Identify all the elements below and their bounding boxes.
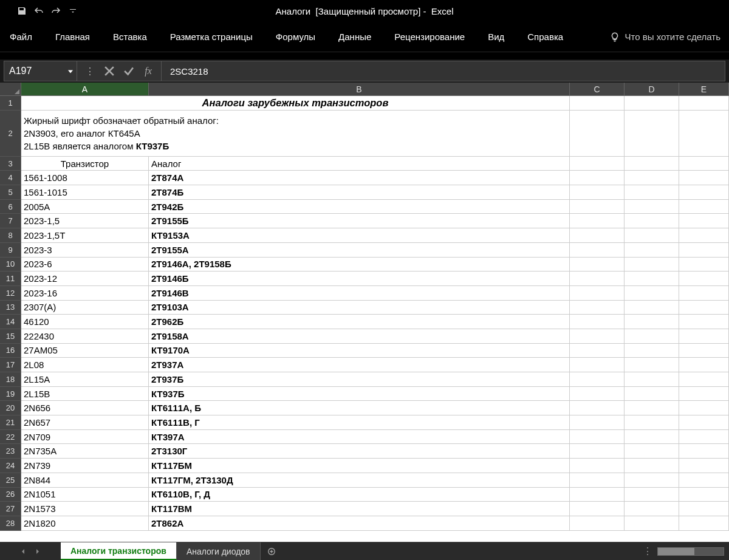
cell-analog[interactable]: 2Т9103А — [149, 301, 570, 315]
row-header[interactable]: 14 — [0, 315, 21, 329]
cell[interactable] — [570, 214, 625, 228]
formula-input[interactable]: 2SC3218 — [162, 66, 725, 77]
cell[interactable] — [625, 444, 679, 459]
row-header[interactable]: 8 — [0, 228, 21, 243]
cell-transistor[interactable]: 1561-1015 — [21, 185, 149, 200]
cell-transistor[interactable]: 2005A — [21, 200, 149, 214]
cell[interactable] — [570, 185, 625, 200]
cell[interactable] — [625, 214, 679, 228]
cell[interactable] — [625, 473, 679, 488]
row-header[interactable]: 10 — [0, 258, 21, 272]
cell[interactable] — [625, 488, 679, 502]
cell[interactable] — [625, 401, 679, 415]
cell-analog[interactable]: 2Т9158А — [149, 329, 570, 344]
cell-transistor[interactable]: 2023-6 — [21, 258, 149, 272]
qat-customize-icon[interactable] — [68, 6, 78, 16]
row-header[interactable]: 7 — [0, 214, 21, 228]
row-header[interactable]: 9 — [0, 243, 21, 258]
cell[interactable] — [625, 243, 679, 258]
cell-transistor[interactable]: 1561-1008 — [21, 171, 149, 185]
cell-analog[interactable]: КТ6111В, Г — [149, 415, 570, 430]
cell[interactable] — [679, 488, 729, 502]
cell-transistor[interactable]: 2N1051 — [21, 488, 149, 502]
header-transistor[interactable]: Транзистор — [21, 157, 149, 171]
cell-transistor[interactable]: 27AM05 — [21, 344, 149, 358]
cell-analog[interactable]: 2Т937Б — [149, 372, 570, 387]
cell-transistor[interactable]: 2N709 — [21, 430, 149, 445]
cell[interactable] — [570, 286, 625, 301]
row-header[interactable]: 15 — [0, 329, 21, 344]
tab-page-layout[interactable]: Разметка страницы — [169, 28, 254, 46]
tell-me-search[interactable]: Что вы хотите сделать — [609, 32, 720, 43]
name-box[interactable]: A197 — [4, 61, 77, 81]
cell[interactable] — [679, 430, 729, 445]
cell[interactable] — [625, 329, 679, 344]
cell[interactable] — [679, 228, 729, 243]
tab-data[interactable]: Данные — [337, 28, 372, 46]
cell[interactable] — [679, 372, 729, 387]
cell-transistor[interactable]: 2N657 — [21, 415, 149, 430]
cell-analog[interactable]: КТ117ВМ — [149, 502, 570, 516]
row-header[interactable]: 21 — [0, 415, 21, 430]
row-header[interactable]: 4 — [0, 171, 21, 185]
cell-transistor[interactable]: 2307(A) — [21, 301, 149, 315]
cell[interactable] — [679, 459, 729, 473]
cell[interactable] — [570, 444, 625, 459]
tab-view[interactable]: Вид — [487, 28, 505, 46]
tab-insert[interactable]: Вставка — [112, 28, 148, 46]
tab-review[interactable]: Рецензирование — [393, 28, 466, 46]
cell[interactable] — [679, 301, 729, 315]
cell[interactable] — [625, 430, 679, 445]
cell-transistor[interactable]: 2L15B — [21, 387, 149, 401]
cell[interactable] — [679, 243, 729, 258]
cell[interactable] — [625, 258, 679, 272]
cell[interactable] — [679, 401, 729, 415]
cell[interactable] — [570, 387, 625, 401]
cell-analog[interactable]: 2Т9155Б — [149, 214, 570, 228]
cell-transistor[interactable]: 2023-3 — [21, 243, 149, 258]
sheet-tab-active[interactable]: Аналоги транзисторов — [61, 542, 177, 560]
tab-formulas[interactable]: Формулы — [275, 28, 317, 46]
cell[interactable] — [679, 286, 729, 301]
cell[interactable] — [679, 444, 729, 459]
cell[interactable] — [679, 502, 729, 516]
cell[interactable] — [570, 329, 625, 344]
cell-transistor[interactable]: 2N844 — [21, 473, 149, 488]
cell[interactable] — [625, 502, 679, 516]
cell[interactable] — [570, 372, 625, 387]
cell[interactable] — [625, 387, 679, 401]
sheet-nav[interactable] — [0, 548, 61, 555]
cell-transistor[interactable]: 2L15A — [21, 372, 149, 387]
cell[interactable] — [570, 243, 625, 258]
cell[interactable] — [679, 329, 729, 344]
note-cell[interactable]: Жирный шрифт обозначает обратный аналог:… — [21, 111, 570, 157]
cell[interactable] — [679, 258, 729, 272]
cell-analog[interactable]: 2Т874Б — [149, 185, 570, 200]
cell-transistor[interactable]: 2N1573 — [21, 502, 149, 516]
add-sheet-button[interactable] — [261, 547, 282, 556]
cell-analog[interactable]: 2Т862А — [149, 516, 570, 531]
cell-transistor[interactable]: 2023-1,5 — [21, 214, 149, 228]
cell-analog[interactable]: 2Т9146Б — [149, 271, 570, 286]
row-header[interactable]: 6 — [0, 200, 21, 214]
cell[interactable] — [570, 473, 625, 488]
cell[interactable] — [570, 415, 625, 430]
cell-analog[interactable]: 2Т3130Г — [149, 444, 570, 459]
cell-transistor[interactable]: 222430 — [21, 329, 149, 344]
cell[interactable] — [679, 200, 729, 214]
redo-icon[interactable] — [51, 6, 61, 16]
row-header[interactable]: 20 — [0, 401, 21, 415]
row-header[interactable]: 12 — [0, 286, 21, 301]
cancel-icon[interactable] — [103, 64, 116, 78]
cell[interactable] — [679, 171, 729, 185]
cell[interactable] — [570, 358, 625, 372]
cell-analog[interactable]: 2Т9146В — [149, 286, 570, 301]
cell[interactable] — [679, 185, 729, 200]
cell-transistor[interactable]: 46120 — [21, 315, 149, 329]
row-header[interactable]: 3 — [0, 157, 21, 171]
row-header[interactable]: 5 — [0, 185, 21, 200]
cell-analog[interactable]: 2Т942Б — [149, 200, 570, 214]
row-header[interactable]: 17 — [0, 358, 21, 372]
cell[interactable] — [625, 271, 679, 286]
col-header-E[interactable]: E — [679, 83, 729, 95]
